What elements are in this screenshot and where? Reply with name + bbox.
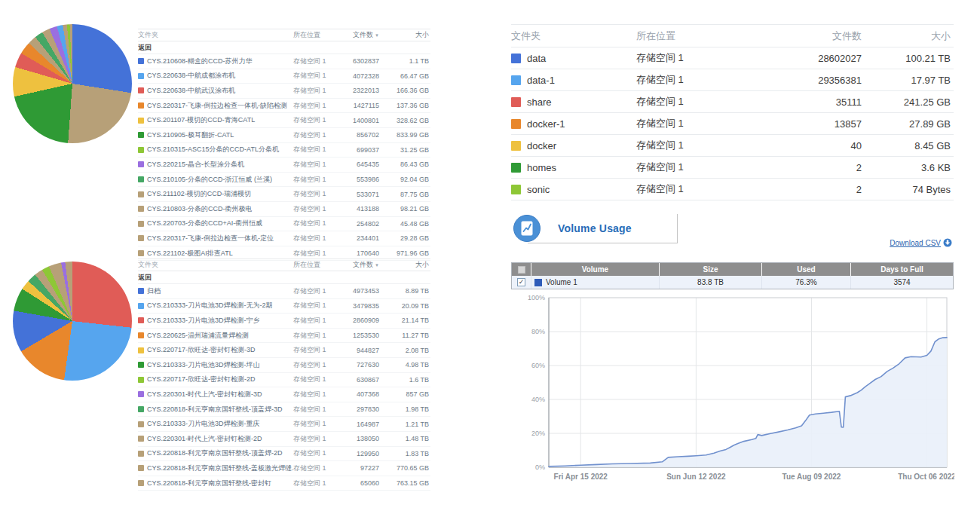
column-header-location[interactable]: 所在位置: [293, 260, 335, 270]
folder-color-swatch: [511, 141, 521, 151]
volume-checkbox[interactable]: ✓: [517, 278, 525, 286]
table-row[interactable]: homes存储空间 123.6 KB: [511, 157, 954, 179]
folder-color-swatch: [138, 465, 144, 471]
folder-file-count: 164987: [335, 421, 381, 428]
table-row[interactable]: CYS.220625-温州瑞浦流量焊检测存储空间 1125353011.27 T…: [138, 329, 430, 344]
table-row[interactable]: CYS.220703-分条的CCD+AI-衢州恒威存储空间 125480245.…: [138, 217, 430, 232]
folder-name: CYS.210333-刀片电池3D焊检测-无为-2期: [147, 301, 273, 311]
column-header-size[interactable]: 大小: [381, 260, 430, 270]
column-header-location[interactable]: 所在位置: [293, 30, 335, 40]
folder-file-count: 4072328: [335, 72, 381, 80]
folder-size: 1.1 TB: [381, 57, 430, 65]
select-all-cell[interactable]: [512, 263, 531, 276]
volume-usage-header: Volume Usage Download CSV: [511, 214, 954, 246]
folder-file-count: 28602027: [763, 53, 865, 64]
volume-column-header-0[interactable]: Volume: [531, 263, 660, 276]
table-row[interactable]: CYS.220301-时代上汽-密封钉检测-3D存储空间 1407368857 …: [138, 387, 430, 402]
folder-color-swatch: [138, 73, 144, 79]
folder-color-swatch: [511, 97, 521, 107]
table-row[interactable]: 归档存储空间 149734538.89 TB: [138, 284, 430, 299]
table-row[interactable]: CYS.220818-利元亨南京国轩整线-顶盖焊-2D存储空间 11299501…: [138, 447, 430, 462]
folder-file-count: 234401: [335, 234, 381, 242]
table-row[interactable]: CYS.210803-分条的CCD-衢州极电存储空间 141318898.21 …: [138, 202, 430, 217]
table-row[interactable]: data-1存储空间 12935638117.97 TB: [511, 69, 954, 91]
table-row[interactable]: CYS.220301-时代上汽-密封钉检测-2D存储空间 11380501.48…: [138, 432, 430, 447]
table-row[interactable]: sonic存储空间 1274 Bytes: [511, 179, 954, 200]
folder-name: homes: [527, 162, 556, 173]
folder-file-count: 699037: [335, 146, 381, 154]
column-header-count[interactable]: 文件数: [763, 29, 865, 43]
table-row[interactable]: CYS.211102-模切的CCD-瑞浦模切存储空间 153307187.75 …: [138, 187, 430, 202]
table-row[interactable]: data存储空间 128602027100.21 TB: [511, 47, 954, 69]
table-row[interactable]: CYS.210105-分条的CCD-浙江恒威 (兰溪)存储空间 15539869…: [138, 173, 430, 188]
table-row[interactable]: CYS.210315-ASC15分条的CCD-ATL分条机存储空间 169903…: [138, 143, 430, 158]
column-header-count[interactable]: 文件数▼: [335, 260, 381, 270]
table-row[interactable]: share存储空间 135111241.25 GB: [511, 91, 954, 113]
folder-file-count: 2322013: [335, 87, 381, 94]
column-header-folder[interactable]: 文件夹: [138, 260, 293, 270]
folder-color-swatch: [138, 480, 144, 486]
table-row[interactable]: CYS.220818-利元亨南京国轩整线-顶盖焊-3D存储空间 12978301…: [138, 402, 430, 418]
table-row[interactable]: CYS.210905-极耳翻折-CATL存储空间 1856702833.99 G…: [138, 128, 430, 143]
table-row[interactable]: CYS.220638-中航成都涂布机存储空间 1407232866.47 GB: [138, 69, 430, 84]
folder-name-cell: CYS.220638-中航成都涂布机: [138, 71, 293, 81]
folder-name-cell: CYS.220317-飞康-倒拉边检查一体机-缺陷检测: [138, 101, 293, 111]
volume-select-cell[interactable]: ✓: [512, 276, 531, 289]
folder-name-cell: CYS.210608-糊盒的CCD-苏州力华: [138, 57, 293, 66]
folder-name-cell: docker: [511, 140, 636, 151]
table-row[interactable]: CYS.210608-糊盒的CCD-苏州力华存储空间 163028371.1 T…: [138, 54, 430, 69]
table-row[interactable]: CYS.210333-刀片电池3D焊检测-无为-2期存储空间 134798352…: [138, 299, 430, 314]
table-row[interactable]: CYS.220818-利元亨南京国轩整线-盖板激光焊缝...存储空间 19722…: [138, 461, 430, 476]
table-row[interactable]: CYS.220215-晶合-长型涂分条机存储空间 164543586.43 GB: [138, 158, 430, 173]
column-header-count[interactable]: 文件数▼: [335, 30, 381, 40]
back-link[interactable]: 返回: [138, 273, 293, 283]
shared-folder-table: 文件夹所在位置文件数大小data存储空间 128602027100.21 TBd…: [511, 24, 954, 200]
back-row[interactable]: 返回: [138, 271, 430, 284]
folder-name: CYS.220717-欣旺达-密封钉检测-3D: [147, 345, 256, 355]
table-row[interactable]: CYS.210333-刀片电池3D焊检测-坪山存储空间 17276304.98 …: [138, 358, 430, 373]
download-csv-label: Download CSV: [890, 239, 941, 247]
table-row[interactable]: docker-1存储空间 11385727.89 GB: [511, 113, 954, 135]
column-header-folder[interactable]: 文件夹: [511, 29, 636, 43]
download-csv-link[interactable]: Download CSV: [890, 238, 952, 247]
folder-size: 74 Bytes: [865, 184, 954, 195]
table-row[interactable]: CYS.220638-中航武汉涂布机存储空间 12322013166.36 GB: [138, 84, 430, 99]
table-row[interactable]: CYS.210333-刀片电池3D焊检测-宁乡存储空间 1286090921.1…: [138, 314, 430, 329]
select-all-checkbox[interactable]: [518, 266, 525, 274]
table-row[interactable]: CYS.220818-利元亨南京国轩整线-密封钉存储空间 165060763.1…: [138, 476, 430, 491]
volume-row[interactable]: ✓Volume 183.8 TB76.3%3574: [512, 276, 953, 289]
volume-column-header-2[interactable]: Used: [762, 263, 851, 276]
folder-name-cell: CYS.220717-欣旺达-密封钉检测-2D: [138, 375, 293, 384]
column-header-location[interactable]: 所在位置: [636, 29, 763, 43]
column-header-size[interactable]: 大小: [865, 29, 954, 43]
folder-file-count: 4973453: [335, 287, 381, 295]
folder-name: CYS.201107-模切的CCD-青海CATL: [147, 115, 255, 125]
volume-color-swatch: [534, 279, 542, 286]
folder-location: 存储空间 1: [293, 145, 335, 154]
back-row[interactable]: 返回: [138, 41, 430, 54]
folder-location: 存储空间 1: [293, 234, 335, 243]
back-link[interactable]: 返回: [138, 43, 293, 53]
table-row[interactable]: CYS.220317-飞康-倒拉边检查一体机-缺陷检测存储空间 11427115…: [138, 99, 430, 114]
table-row[interactable]: CYS.201107-模切的CCD-青海CATL存储空间 11400801328…: [138, 113, 430, 128]
folder-file-count: 1427115: [335, 102, 381, 109]
folder-color-swatch: [138, 206, 144, 212]
table-row[interactable]: CYS.220717-欣旺达-密封钉检测-2D存储空间 16308671.6 T…: [138, 373, 430, 388]
column-header-size[interactable]: 大小: [381, 30, 430, 40]
folder-location: 存储空间 1: [293, 316, 335, 326]
table-row[interactable]: CYS.210333-刀片电池3D焊检测-重庆存储空间 11649871.21 …: [138, 417, 430, 432]
folder-name: CYS.210333-刀片电池3D焊检测-重庆: [147, 419, 260, 429]
folder-location: 存储空间 1: [293, 375, 335, 384]
table-row[interactable]: CYS.220317-飞康-倒拉边检查一体机-定位存储空间 123440129.…: [138, 231, 430, 246]
folder-size: 241.25 GB: [865, 96, 954, 108]
folder-name-cell: CYS.210905-极耳翻折-CATL: [138, 130, 293, 140]
column-header-folder[interactable]: 文件夹: [138, 30, 293, 40]
table-row[interactable]: docker存储空间 1408.45 GB: [511, 135, 954, 157]
y-axis-label: 0%: [535, 463, 545, 471]
volume-name-cell: Volume 1: [531, 276, 660, 289]
folder-color-swatch: [138, 235, 144, 241]
folder-file-count: 407368: [335, 390, 381, 398]
table-row[interactable]: CYS.220717-欣旺达-密封钉检测-3D存储空间 19448272.08 …: [138, 343, 430, 358]
volume-column-header-1[interactable]: Size: [660, 263, 762, 276]
volume-column-header-3[interactable]: Days to Full: [851, 263, 953, 276]
